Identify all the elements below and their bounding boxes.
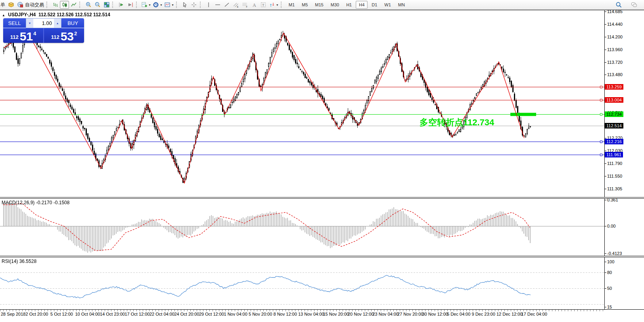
rsi-chart-canvas[interactable] [0, 258, 604, 309]
sell-button[interactable]: SELL [3, 18, 26, 28]
template-icon [164, 2, 171, 8]
dropdown-caret-icon: ▼ [276, 4, 279, 6]
auto-scroll-button[interactable] [117, 1, 126, 9]
timeframe-m15-button[interactable]: M15 [312, 1, 326, 9]
collapse-arrow-icon[interactable]: ▲ [2, 13, 5, 17]
new-order-button[interactable] [6, 1, 15, 9]
volume-input[interactable] [33, 19, 54, 28]
fibonacci-icon: F [242, 2, 248, 8]
time-axis-label: 22 Oct 04:00 [150, 312, 174, 316]
timeframe-d1-button[interactable]: D1 [368, 1, 380, 9]
chat-icon [631, 2, 637, 8]
price-chart-canvas[interactable] [0, 10, 604, 197]
price-level-label: 113.259 [605, 84, 623, 90]
crosshair-icon [191, 2, 197, 8]
price-axis-tick: 114.200 [607, 34, 623, 39]
templates-button[interactable]: ▼ [163, 1, 175, 9]
time-axis-label: 10 Oct 04:00 [75, 312, 100, 316]
cursor-button[interactable] [180, 1, 190, 9]
price-axis-tick: 111.790 [607, 161, 622, 166]
chart-shift-icon [127, 2, 134, 8]
horizontal-line-button[interactable] [213, 1, 222, 9]
tile-windows-button[interactable] [102, 1, 111, 9]
sell-price-sup: 4 [33, 31, 36, 36]
equidistant-channel-button[interactable]: E [232, 1, 241, 9]
time-axis-label: 23 Nov 04:00 [373, 312, 399, 316]
timeframe-m5-button[interactable]: M5 [299, 1, 311, 9]
text-button[interactable]: A [250, 1, 259, 9]
price-axis-tick: 114.685 [607, 9, 623, 14]
timeframe-h4-button[interactable]: H4 [356, 1, 368, 9]
chat-button[interactable] [629, 1, 638, 9]
autotrade-icon [17, 2, 23, 8]
time-axis-label: 5 Oct 12:00 [50, 312, 73, 316]
zoom-out-button[interactable] [93, 1, 102, 9]
macd-axis-label: 0.00 [607, 224, 615, 228]
trendline-icon [224, 2, 230, 8]
volume-stepper: ▼ ▲ [26, 18, 61, 28]
sell-price-display[interactable]: 112 51 4 [3, 28, 43, 43]
price-axis-tick: 113.720 [607, 60, 623, 65]
chart-shift-button[interactable] [126, 1, 135, 9]
search-button[interactable] [614, 1, 623, 9]
periods-button[interactable]: ▼ [152, 1, 163, 9]
channel-icon: E [233, 2, 239, 8]
window-splitter[interactable] [0, 256, 644, 257]
buy-button[interactable]: BUY [61, 18, 84, 28]
time-axis-label: 5 Dec 04:00 [447, 312, 470, 316]
price-axis-tick: 114.440 [607, 22, 623, 27]
time-axis-label: 13 Nov 04:00 [298, 312, 324, 316]
vline-icon [205, 2, 212, 8]
vertical-line-button[interactable] [204, 1, 213, 9]
timeframe-mn-button[interactable]: MN [395, 1, 408, 9]
rsi-axis-label: 15 [607, 305, 612, 309]
volume-decrease-button[interactable]: ▼ [26, 19, 33, 28]
toolbar-grip [176, 2, 178, 8]
buy-price-display[interactable]: 112 53 2 [43, 28, 84, 43]
chart-annotation-text[interactable]: 多空转折点112.734 [420, 117, 494, 128]
autotrade-button[interactable] [15, 1, 25, 9]
timeframe-w1-button[interactable]: W1 [381, 1, 394, 9]
sell-price-prefix: 112 [10, 34, 19, 40]
time-axis-label: 15 Nov 20:00 [323, 312, 349, 316]
chart-bars-button[interactable] [51, 1, 60, 9]
timeframe-h1-button[interactable]: H1 [343, 1, 355, 9]
timeframe-m1-button[interactable]: M1 [286, 1, 298, 9]
rsi-axis-label: 100 [607, 259, 614, 264]
price-axis-line [604, 10, 605, 309]
chart-candles-button[interactable] [60, 1, 69, 9]
autotrade-button-label[interactable]: 自动交易 [25, 2, 44, 8]
crosshair-button[interactable] [190, 1, 199, 9]
toolbar: 单自动交易▼▼▼EFAT▼M1M5M15M30H1H4D1W1MN [0, 0, 644, 10]
zoom-in-button[interactable] [84, 1, 93, 9]
time-axis-label: 28 Sep 2018 [1, 312, 25, 316]
time-axis-label: 5 Nov 20:00 [249, 312, 272, 316]
text-icon: A [251, 2, 257, 8]
auto-scroll-icon [118, 2, 125, 8]
macd-chart-canvas[interactable] [0, 199, 604, 256]
zoom-in-icon [85, 2, 92, 8]
time-axis-label: 17 Oct 12:00 [125, 312, 150, 316]
fibonacci-button[interactable]: F [241, 1, 250, 9]
label-button[interactable]: T [259, 1, 268, 9]
chart-line-button[interactable] [69, 1, 78, 9]
time-axis-label: 12 Dec 12:00 [496, 312, 522, 316]
timeframe-m30-button[interactable]: M30 [328, 1, 342, 9]
time-axis-ticks [0, 310, 604, 311]
arrows-button[interactable]: ▼ [268, 1, 280, 9]
new-order-button-label[interactable]: 单 [0, 2, 5, 8]
time-axis-label: 17 Dec 04:00 [521, 312, 547, 316]
time-axis-label: 27 Nov 20:00 [397, 312, 423, 316]
toolbar-grip [112, 2, 115, 8]
trendline-button[interactable] [222, 1, 232, 9]
dropdown-caret-icon: ▼ [160, 4, 163, 6]
dropdown-caret-icon: ▼ [148, 4, 151, 6]
time-axis-label: 30 Nov 12:00 [422, 312, 448, 316]
toolbar-grip [281, 2, 283, 8]
indicators-button[interactable]: ▼ [140, 1, 152, 9]
window-splitter[interactable] [0, 197, 644, 199]
volume-increase-button[interactable]: ▲ [54, 19, 61, 28]
svg-text:F: F [246, 6, 248, 8]
hline-icon [215, 2, 221, 8]
cursor-icon [182, 2, 188, 8]
